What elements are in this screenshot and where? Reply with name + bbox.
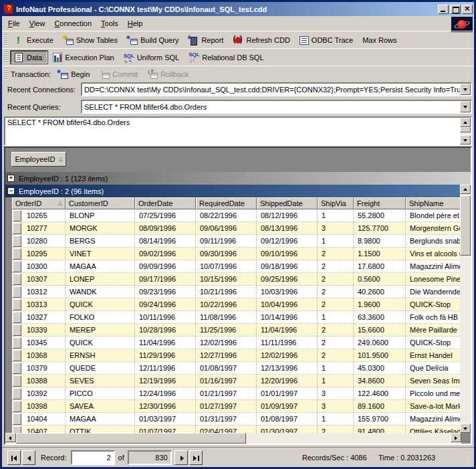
cell-orderid[interactable]: 10295 [12, 248, 66, 260]
cell-freight[interactable]: 1.9600 [354, 298, 406, 311]
cell-orderdate[interactable]: 09/09/1996 [135, 260, 196, 273]
cell-orderdate[interactable]: 07/25/1996 [135, 209, 196, 222]
row-selector-button[interactable] [13, 312, 21, 323]
cell-orderid[interactable]: 10345 [12, 337, 66, 349]
cell-freight[interactable]: 15.6600 [354, 324, 406, 337]
scroll-thumb[interactable] [460, 127, 471, 132]
cell-shipvia[interactable]: 2 [318, 426, 354, 433]
cell-shippeddate[interactable]: 10/04/1996 [257, 298, 318, 311]
cell-shipname[interactable]: Folk och fä HB [406, 311, 461, 324]
scroll-left-icon[interactable] [5, 433, 16, 442]
cell-shippeddate[interactable]: 09/12/1996 [257, 235, 318, 248]
cell-orderid[interactable]: 10312 [12, 286, 66, 298]
column-header-orderid[interactable]: OrderID△ [12, 197, 66, 209]
cell-shipvia[interactable]: 1 [318, 311, 354, 324]
row-selector-button[interactable] [13, 261, 21, 272]
cell-requireddate[interactable]: 02/04/1997 [196, 426, 257, 433]
cell-orderid[interactable]: 10307 [12, 273, 66, 286]
row-selector-button[interactable] [13, 413, 21, 425]
cell-requireddate[interactable]: 09/06/1996 [196, 222, 257, 235]
view-button-uniform-sql[interactable]: Uniform SQL [121, 51, 184, 64]
scroll-up-icon[interactable] [460, 118, 471, 127]
cell-shipname[interactable]: Que Delícia [406, 362, 461, 375]
cell-freight[interactable]: 125.7700 [354, 222, 406, 235]
cell-orderid[interactable]: 10300 [12, 260, 66, 273]
cell-shipvia[interactable]: 2 [318, 324, 354, 337]
row-selector-button[interactable] [13, 236, 21, 247]
row-selector-button[interactable] [13, 248, 21, 260]
recent-connections-combobox[interactable]: DD=C:\CONNX test\My CDDs\Infonaut_SQL_te… [81, 82, 472, 96]
cell-shippeddate[interactable]: 11/11/1996 [257, 337, 318, 349]
cell-freight[interactable]: 34.8600 [354, 375, 406, 387]
cell-freight[interactable]: 0.5600 [354, 273, 406, 286]
column-header-shipvia[interactable]: ShipVia [318, 197, 354, 209]
cell-orderid[interactable]: 10280 [12, 235, 66, 248]
cell-requireddate[interactable]: 01/27/1997 [196, 400, 257, 413]
cell-shippeddate[interactable]: 01/09/1997 [257, 400, 318, 413]
transaction-button-commit[interactable]: Commit [96, 68, 142, 81]
toolbar-button-report[interactable]: Report [185, 33, 227, 47]
toolbar-button-build-query[interactable]: Build Query [124, 33, 183, 47]
cell-orderid[interactable]: 10327 [12, 311, 66, 324]
transaction-button-begin[interactable]: Begin [55, 68, 94, 81]
cell-shippeddate[interactable]: 08/12/1996 [257, 209, 318, 222]
scroll-thumb[interactable] [460, 195, 471, 256]
row-selector-button[interactable] [13, 274, 21, 285]
cell-shipname[interactable]: Mère Paillarde [406, 324, 461, 337]
cell-shipvia[interactable]: 3 [318, 387, 354, 400]
cell-shippeddate[interactable]: 08/13/1996 [257, 222, 318, 235]
cell-shipvia[interactable]: 1 [318, 209, 354, 222]
cell-customerid[interactable]: SAVEA [66, 400, 135, 413]
cell-freight[interactable]: 101.9500 [354, 349, 406, 362]
cell-orderdate[interactable]: 08/14/1996 [135, 235, 196, 248]
cell-shipname[interactable]: Seven Seas Imports [406, 375, 461, 387]
cell-shippeddate[interactable]: 12/20/1996 [257, 375, 318, 387]
view-button-execution-plan[interactable]: Execution Plan [50, 51, 118, 64]
cell-orderdate[interactable]: 09/24/1996 [135, 298, 196, 311]
cell-freight[interactable]: 45.0300 [354, 362, 406, 375]
cell-customerid[interactable]: QUICK [66, 337, 135, 349]
cell-orderdate[interactable]: 12/24/1996 [135, 387, 196, 400]
cell-shippeddate[interactable]: 01/30/1997 [257, 426, 318, 433]
cell-shipvia[interactable]: 3 [318, 222, 354, 235]
cell-shipvia[interactable]: 1 [318, 413, 354, 426]
cell-customerid[interactable]: MEREP [66, 324, 135, 337]
toolbar-button-refresh-cdd[interactable]: Refresh CDD [230, 33, 293, 47]
cell-shipvia[interactable]: 2 [318, 286, 354, 298]
cell-orderdate[interactable]: 12/30/1996 [135, 400, 196, 413]
group-row-1[interactable]: +EmployeeID : 1 (123 items) [5, 172, 471, 185]
menu-item-tools[interactable]: Tools [96, 18, 123, 29]
current-record-input[interactable] [71, 450, 115, 465]
cell-shippeddate[interactable]: 12/13/1996 [257, 362, 318, 375]
cell-customerid[interactable]: FOLKO [66, 311, 135, 324]
cell-orderdate[interactable]: 01/07/1997 [135, 426, 196, 433]
cell-requireddate[interactable]: 11/08/1996 [196, 311, 257, 324]
menu-item-help[interactable]: Help [123, 18, 148, 29]
cell-freight[interactable]: 155.9700 [354, 413, 406, 426]
cell-orderdate[interactable]: 11/04/1996 [135, 337, 196, 349]
cell-shipvia[interactable]: 2 [318, 349, 354, 362]
menu-item-connection[interactable]: Connection [49, 18, 96, 29]
cell-shipname[interactable]: Ernst Handel [406, 349, 461, 362]
cell-requireddate[interactable]: 10/21/1996 [196, 286, 257, 298]
cell-orderdate[interactable]: 10/28/1996 [135, 324, 196, 337]
cell-requireddate[interactable]: 10/07/1996 [196, 260, 257, 273]
cell-customerid[interactable]: WANDK [66, 286, 135, 298]
row-selector-button[interactable] [13, 337, 21, 349]
minimize-icon[interactable] [438, 5, 449, 14]
column-header-shippeddate[interactable]: ShippedDate [257, 197, 318, 209]
cell-orderdate[interactable]: 09/02/1996 [135, 248, 196, 260]
row-selector-button[interactable] [13, 299, 21, 310]
sql-scrollbar[interactable] [460, 118, 471, 145]
cell-shipname[interactable]: Piccolo und mehr [406, 387, 461, 400]
transaction-grip[interactable] [5, 68, 7, 80]
group-field-button[interactable]: EmployeeID △ [11, 152, 66, 167]
cell-orderid[interactable]: 10407 [12, 426, 66, 433]
cell-shipname[interactable]: Save-a-lot Markets [406, 400, 461, 413]
cell-shipvia[interactable]: 2 [318, 298, 354, 311]
cell-shipname[interactable]: Ottilies Käseladen [406, 426, 461, 433]
cell-orderid[interactable]: 10313 [12, 298, 66, 311]
cell-requireddate[interactable]: 10/22/1996 [196, 298, 257, 311]
cell-shippeddate[interactable]: 11/04/1996 [257, 324, 318, 337]
grid-horizontal-scrollbar[interactable] [5, 433, 461, 444]
